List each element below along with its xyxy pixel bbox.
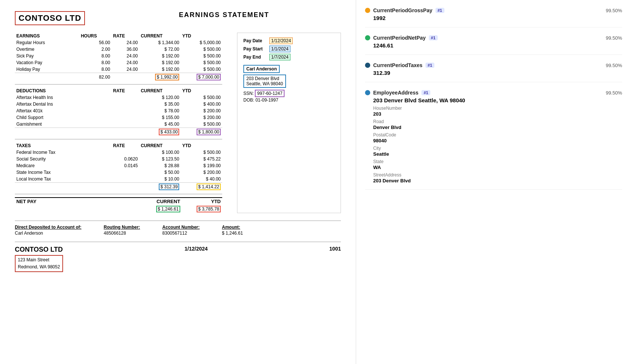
field-value: 312.39 <box>365 70 622 76</box>
field-dot <box>365 63 370 68</box>
row-name: Aftertax Dental Ins <box>15 101 79 107</box>
deduction-row: Garnishment $ 45.00 $ 500.00 <box>15 121 222 128</box>
row-name: Holiday Pay <box>15 66 79 73</box>
field-card: CurrentPeriodNetPay #1 99.50% 1246.61 <box>365 35 622 55</box>
row-rate: 0.0145 <box>112 162 139 169</box>
sub-field: HouseNumber 203 <box>365 106 622 117</box>
field-badge: #1 <box>425 63 434 68</box>
dob-value: 01-09-1997 <box>256 97 278 103</box>
tax-total-ytd: $ 1,414.22 <box>181 183 222 191</box>
row-current: $ 45.00 <box>139 121 181 128</box>
row-name: Medicare <box>15 162 79 169</box>
sub-field-label: Road <box>373 119 622 124</box>
earnings-row: Sick Pay 8.00 24.00 $ 192.00 $ 500.00 <box>15 53 222 59</box>
ded-rate-header: RATE <box>112 87 139 94</box>
row-current: $ 192.00 <box>139 66 181 73</box>
pay-start-row: Pay Start 1/1/2024 <box>243 46 335 52</box>
row-ytd: $ 200.00 <box>181 114 222 121</box>
field-value: 1246.61 <box>365 42 622 49</box>
earnings-section: EARNINGS HOURS RATE CURRENT YTD Regular … <box>15 33 222 213</box>
field-name-row: CurrentPeriodTaxes #1 <box>365 62 434 68</box>
row-rate <box>112 169 139 176</box>
sub-field: PostalCode 98040 <box>365 132 622 143</box>
row-ytd: $ 500.00 <box>181 46 222 53</box>
row-current: $ 78.00 <box>139 107 181 114</box>
field-card: CurrentPeriodTaxes #1 99.50% 312.39 <box>365 62 622 82</box>
ded-total-ytd: $ 1,800.00 <box>181 128 222 136</box>
employee-name: Carl Anderson <box>243 65 280 73</box>
tax-current-header: CURRENT <box>139 142 181 149</box>
row-rate: 24.00 <box>112 39 139 46</box>
pay-date-value: 1/12/2024 <box>269 37 293 44</box>
row-name: Regular Hours <box>15 39 79 46</box>
row-ytd: $ 500.00 <box>181 149 222 156</box>
row-current: $ 120.00 <box>139 94 181 101</box>
pay-start-value: 1/1/2024 <box>269 46 290 52</box>
row-rate <box>112 101 139 107</box>
row-name: Social Security <box>15 156 79 162</box>
dd-routing-label: Routing Number: <box>104 225 140 230</box>
net-pay-current-header: CURRENT <box>141 198 181 205</box>
row-ytd: $ 200.00 <box>181 169 222 176</box>
dd-amount-value: $ 1,246.61 <box>222 231 243 236</box>
row-rate: 36.00 <box>112 46 139 53</box>
field-card-header: EmployeeAddress #1 99.50% <box>365 90 622 96</box>
tax-row: Medicare 0.0145 $ 28.88 $ 199.00 <box>15 162 222 169</box>
footer-check-number: 1001 <box>329 246 341 252</box>
row-current: $ 1,344.00 <box>139 39 181 46</box>
row-rate <box>112 176 139 183</box>
row-current: $ 72.00 <box>139 46 181 53</box>
field-card-header: CurrentPeriodTaxes #1 99.50% <box>365 62 622 68</box>
row-hours: 56.00 <box>79 39 112 46</box>
tax-row: Local Income Tax $ 10.00 $ 40.00 <box>15 176 222 183</box>
row-rate: 0.0620 <box>112 156 139 162</box>
field-badge: #1 <box>436 8 444 13</box>
row-rate <box>112 149 139 156</box>
sub-field-value: WA <box>373 165 622 170</box>
net-pay-current: $ 1,246.61 <box>141 205 181 213</box>
field-label: EmployeeAddress <box>373 90 418 96</box>
dob-row: DOB: 01-09-1997 <box>243 97 335 103</box>
pay-end-row: Pay End 1/7/2024 <box>243 54 335 60</box>
field-label: CurrentPeriodTaxes <box>373 62 423 68</box>
row-current: $ 50.00 <box>139 169 181 176</box>
field-card: CurrentPeriodGrossPay #1 99.50% 1992 <box>365 7 622 27</box>
field-badge: #1 <box>429 35 438 40</box>
row-current: $ 35.00 <box>139 101 181 107</box>
tax-row: Federal Income Tax $ 100.00 $ 500.00 <box>15 149 222 156</box>
sub-field-label: State <box>373 159 622 164</box>
field-card-header: CurrentPeriodGrossPay #1 99.50% <box>365 7 622 13</box>
row-hours: 8.00 <box>79 59 112 66</box>
field-dot <box>365 90 370 95</box>
deduction-row: Aftertax Dental Ins $ 35.00 $ 400.00 <box>15 101 222 107</box>
dob-label: DOB: <box>243 97 254 103</box>
field-value: 1992 <box>365 15 622 21</box>
deduction-row: Aftertax 401k $ 78.00 $ 200.00 <box>15 107 222 114</box>
row-ytd: $ 500.00 <box>181 121 222 128</box>
row-name: Aftertax 401k <box>15 107 79 114</box>
earnings-label: EARNINGS <box>15 33 79 39</box>
net-pay-ytd-header: YTD <box>182 198 222 205</box>
row-rate: 24.00 <box>112 59 139 66</box>
row-rate: 24.00 <box>112 53 139 59</box>
footer-addr2: Redmond, WA 98052 <box>18 264 60 269</box>
row-current: $ 123.50 <box>139 156 181 162</box>
sub-field-value: 203 Denver Blvd <box>373 178 622 183</box>
field-name-row: CurrentPeriodGrossPay #1 <box>365 7 444 13</box>
dd-amount-col: Amount: $ 1,246.61 <box>222 225 243 236</box>
dd-name-col: Direct Deposited to Account of: Carl And… <box>15 225 82 236</box>
field-label: CurrentPeriodNetPay <box>373 35 426 41</box>
row-rate <box>112 121 139 128</box>
earnings-row: Holiday Pay 8.00 24.00 $ 192.00 $ 500.00 <box>15 66 222 73</box>
row-ytd: $ 500.00 <box>181 59 222 66</box>
earnings-total-ytd: $ 7,000.00 <box>181 73 222 82</box>
row-name: Garnishment <box>15 121 79 128</box>
earnings-total-current: $ 1,992.00 <box>139 73 181 82</box>
direct-deposit: Direct Deposited to Account of: Carl And… <box>15 225 341 236</box>
pay-date-label: Pay Date <box>243 38 269 43</box>
row-current: $ 28.88 <box>139 162 181 169</box>
row-hours: 8.00 <box>79 53 112 59</box>
field-card-header: CurrentPeriodNetPay #1 99.50% <box>365 35 622 41</box>
company-name-top: CONTOSO LTD <box>19 13 81 23</box>
doc-title: EARNINGS STATEMENT <box>107 11 341 19</box>
